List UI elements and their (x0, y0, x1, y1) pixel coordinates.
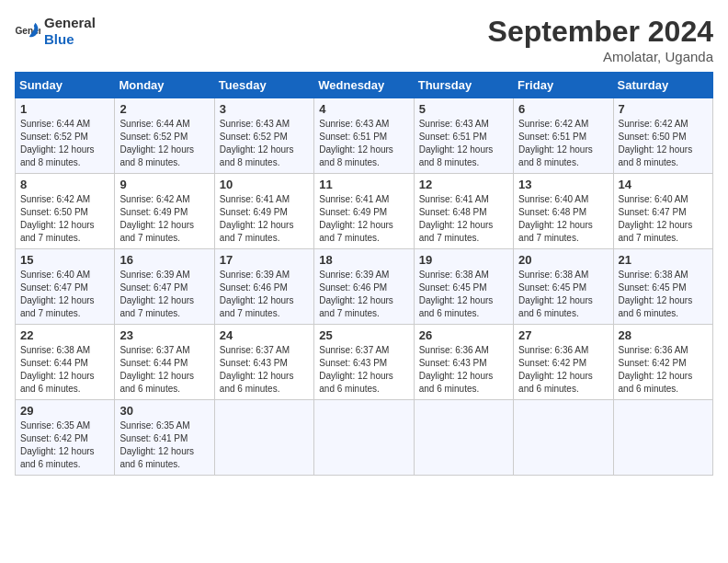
day-header-saturday: Saturday (613, 73, 712, 98)
day-number: 20 (518, 253, 608, 267)
calendar-cell: 17 Sunrise: 6:39 AM Sunset: 6:46 PM Dayl… (214, 249, 313, 325)
sunset-label: Sunset: 6:45 PM (619, 282, 687, 293)
calendar-body: 1 Sunrise: 6:44 AM Sunset: 6:52 PM Dayli… (16, 98, 713, 476)
daylight-minutes: and 8 minutes. (20, 157, 81, 167)
sunrise-label: Sunrise: 6:42 AM (619, 119, 688, 129)
calendar-cell: 9 Sunrise: 6:42 AM Sunset: 6:49 PM Dayli… (115, 174, 214, 249)
daylight-label: Daylight: 12 hours (518, 371, 593, 381)
logo-icon: General (15, 21, 40, 41)
daylight-minutes: and 7 minutes. (619, 233, 679, 243)
daylight-label: Daylight: 12 hours (20, 295, 95, 305)
day-detail: Sunrise: 6:38 AM Sunset: 6:45 PM Dayligh… (619, 269, 708, 320)
day-detail: Sunrise: 6:35 AM Sunset: 6:41 PM Dayligh… (119, 419, 209, 471)
day-header-tuesday: Tuesday (214, 73, 313, 98)
sunrise-label: Sunrise: 6:36 AM (518, 345, 588, 355)
day-number: 29 (20, 404, 109, 418)
day-header-wednesday: Wednesday (314, 73, 414, 98)
day-number: 10 (220, 178, 309, 191)
day-detail: Sunrise: 6:42 AM Sunset: 6:51 PM Dayligh… (518, 118, 608, 169)
day-detail: Sunrise: 6:44 AM Sunset: 6:52 PM Dayligh… (20, 118, 109, 169)
sunrise-label: Sunrise: 6:44 AM (20, 119, 90, 129)
calendar-cell: 12 Sunrise: 6:41 AM Sunset: 6:48 PM Dayl… (414, 174, 513, 249)
calendar-cell: 25 Sunrise: 6:37 AM Sunset: 6:43 PM Dayl… (314, 325, 414, 400)
daylight-minutes: and 8 minutes. (319, 157, 380, 167)
sunset-label: Sunset: 6:47 PM (619, 207, 687, 217)
day-number: 22 (20, 328, 109, 342)
day-header-monday: Monday (115, 73, 214, 98)
day-number: 15 (20, 253, 109, 267)
sunrise-label: Sunrise: 6:39 AM (319, 270, 389, 280)
sunset-label: Sunset: 6:46 PM (220, 282, 288, 293)
day-header-friday: Friday (514, 73, 613, 98)
sunrise-label: Sunrise: 6:39 AM (220, 270, 290, 280)
daylight-label: Daylight: 12 hours (20, 371, 95, 381)
daylight-minutes: and 8 minutes. (220, 157, 280, 167)
calendar-cell: 10 Sunrise: 6:41 AM Sunset: 6:49 PM Dayl… (214, 174, 313, 249)
sunset-label: Sunset: 6:43 PM (319, 358, 387, 368)
sunset-label: Sunset: 6:48 PM (518, 207, 586, 217)
day-detail: Sunrise: 6:41 AM Sunset: 6:48 PM Dayligh… (419, 193, 508, 245)
sunrise-label: Sunrise: 6:40 AM (619, 194, 688, 204)
day-number: 26 (419, 328, 508, 342)
daylight-minutes: and 6 minutes. (319, 384, 380, 394)
calendar-cell: 14 Sunrise: 6:40 AM Sunset: 6:47 PM Dayl… (613, 174, 712, 249)
daylight-minutes: and 6 minutes. (20, 459, 81, 469)
day-detail: Sunrise: 6:37 AM Sunset: 6:43 PM Dayligh… (220, 344, 309, 396)
sunrise-label: Sunrise: 6:41 AM (220, 194, 290, 204)
sunset-label: Sunset: 6:50 PM (619, 132, 687, 142)
sunset-label: Sunset: 6:48 PM (419, 207, 487, 217)
sunrise-label: Sunrise: 6:43 AM (319, 119, 389, 129)
daylight-label: Daylight: 12 hours (619, 220, 693, 230)
calendar-cell: 21 Sunrise: 6:38 AM Sunset: 6:45 PM Dayl… (613, 249, 712, 325)
daylight-label: Daylight: 12 hours (220, 220, 294, 230)
logo: General General Blue (15, 15, 96, 48)
calendar-header-row: SundayMondayTuesdayWednesdayThursdayFrid… (16, 73, 713, 98)
daylight-minutes: and 6 minutes. (119, 384, 180, 394)
calendar-week-row: 29 Sunrise: 6:35 AM Sunset: 6:42 PM Dayl… (16, 400, 713, 476)
sunset-label: Sunset: 6:49 PM (119, 207, 188, 217)
sunrise-label: Sunrise: 6:40 AM (20, 270, 90, 280)
sunset-label: Sunset: 6:43 PM (419, 358, 487, 368)
daylight-minutes: and 8 minutes. (119, 157, 180, 167)
calendar-cell: 27 Sunrise: 6:36 AM Sunset: 6:42 PM Dayl… (514, 325, 613, 400)
daylight-minutes: and 7 minutes. (119, 308, 180, 318)
sunset-label: Sunset: 6:42 PM (518, 358, 586, 368)
daylight-minutes: and 7 minutes. (119, 233, 180, 243)
calendar-cell: 13 Sunrise: 6:40 AM Sunset: 6:48 PM Dayl… (514, 174, 613, 249)
day-detail: Sunrise: 6:36 AM Sunset: 6:42 PM Dayligh… (619, 344, 708, 396)
day-number: 8 (20, 178, 109, 191)
day-detail: Sunrise: 6:37 AM Sunset: 6:43 PM Dayligh… (319, 344, 408, 396)
day-detail: Sunrise: 6:43 AM Sunset: 6:51 PM Dayligh… (419, 118, 508, 169)
day-number: 25 (319, 328, 408, 342)
sunrise-label: Sunrise: 6:38 AM (20, 345, 90, 355)
calendar-cell: 5 Sunrise: 6:43 AM Sunset: 6:51 PM Dayli… (414, 98, 513, 174)
calendar-cell: 7 Sunrise: 6:42 AM Sunset: 6:50 PM Dayli… (613, 98, 712, 174)
sunrise-label: Sunrise: 6:36 AM (419, 345, 489, 355)
day-header-sunday: Sunday (16, 73, 115, 98)
daylight-label: Daylight: 12 hours (319, 144, 393, 155)
daylight-label: Daylight: 12 hours (619, 144, 693, 155)
sunset-label: Sunset: 6:52 PM (20, 132, 88, 142)
calendar-cell: 19 Sunrise: 6:38 AM Sunset: 6:45 PM Dayl… (414, 249, 513, 325)
sunset-label: Sunset: 6:47 PM (119, 282, 188, 293)
sunrise-label: Sunrise: 6:38 AM (518, 270, 588, 280)
month-title: September 2024 (488, 15, 713, 49)
sunrise-label: Sunrise: 6:43 AM (419, 119, 489, 129)
daylight-label: Daylight: 12 hours (518, 295, 593, 305)
sunset-label: Sunset: 6:46 PM (319, 282, 387, 293)
calendar-cell: 1 Sunrise: 6:44 AM Sunset: 6:52 PM Dayli… (16, 98, 115, 174)
sunrise-label: Sunrise: 6:37 AM (119, 345, 189, 355)
sunrise-label: Sunrise: 6:37 AM (319, 345, 389, 355)
calendar-cell: 11 Sunrise: 6:41 AM Sunset: 6:49 PM Dayl… (314, 174, 414, 249)
sunset-label: Sunset: 6:51 PM (419, 132, 487, 142)
sunrise-label: Sunrise: 6:44 AM (119, 119, 189, 129)
day-number: 1 (20, 102, 109, 116)
calendar-cell: 15 Sunrise: 6:40 AM Sunset: 6:47 PM Dayl… (16, 249, 115, 325)
daylight-minutes: and 6 minutes. (119, 459, 180, 469)
calendar-cell: 23 Sunrise: 6:37 AM Sunset: 6:44 PM Dayl… (115, 325, 214, 400)
sunrise-label: Sunrise: 6:35 AM (20, 420, 90, 431)
daylight-label: Daylight: 12 hours (319, 295, 393, 305)
calendar-cell: 8 Sunrise: 6:42 AM Sunset: 6:50 PM Dayli… (16, 174, 115, 249)
day-number: 9 (119, 178, 209, 191)
sunrise-label: Sunrise: 6:40 AM (518, 194, 588, 204)
